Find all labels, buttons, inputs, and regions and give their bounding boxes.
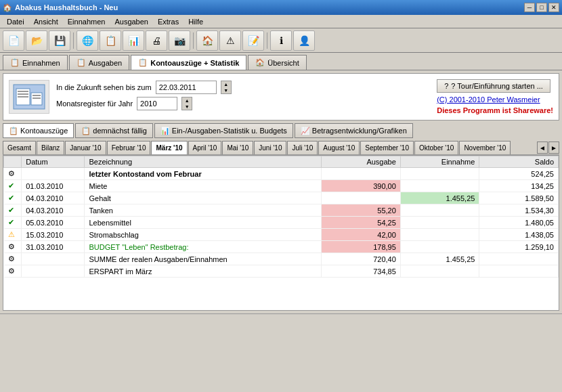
future-date-up[interactable]: ▲ (221, 81, 231, 87)
minimize-button[interactable]: ─ (524, 3, 535, 12)
copyright-link[interactable]: (C) 2001-2010 Peter Wasmeier (437, 95, 540, 104)
month-tab-gesamt[interactable]: Gesamt (3, 141, 36, 154)
month-year-up[interactable]: ▲ (182, 97, 192, 104)
menu-datei[interactable]: Datei (3, 16, 28, 27)
month-tab-jul[interactable]: Juli '10 (287, 141, 318, 154)
toolbar-save[interactable]: 💾 (49, 30, 70, 51)
title-bar-left: 🏠 Abakus Haushaltsbuch - Neu (3, 3, 118, 12)
month-nav-next[interactable]: ► (548, 141, 559, 154)
toolbar-user[interactable]: 👤 (293, 30, 315, 51)
month-tab-feb[interactable]: Februar '10 (107, 141, 151, 154)
row-saldo: 1.534,30 (479, 204, 559, 217)
toolbar-sep1 (73, 32, 74, 49)
row-desc: Lebensmittel (85, 217, 322, 229)
row-desc: ERSPART im März (85, 265, 322, 278)
tab-einnahmen-icon: 📋 (10, 58, 20, 67)
subtab-grafiken[interactable]: 📈 Betragsentwicklung/Grafiken (295, 123, 413, 138)
tab-uebersicht[interactable]: 🏠 Übersicht (248, 55, 306, 70)
tour-button[interactable]: ? ? Tour/Einführung starten ... (437, 79, 550, 93)
subtab-faellig[interactable]: 📋 demnächst fällig (75, 123, 153, 138)
row-ausgabe: 178,95 (322, 241, 401, 253)
row-icon: ⚙ (4, 241, 22, 253)
table-row: ⚠ 15.03.2010 Stromabschlag 42,00 1.438,0… (4, 229, 559, 241)
month-tab-mai[interactable]: Mai '10 (222, 141, 253, 154)
month-tab-jun[interactable]: Juni '10 (254, 141, 286, 154)
toolbar-open[interactable]: 📂 (26, 30, 47, 51)
future-date-input[interactable] (156, 81, 217, 94)
menu-bar: Datei Ansicht Einnahmen Ausgaben Extras … (0, 15, 562, 28)
subtab-statistik[interactable]: 📊 Ein-/Ausgaben-Statistik u. Budgets (154, 123, 293, 138)
tab-kontoauszuege[interactable]: 📋 Kontoauszüge + Statistik (131, 55, 246, 70)
gear-icon: ⚙ (8, 169, 15, 177)
toolbar-chart[interactable]: 📊 (123, 30, 144, 51)
month-tab-jan[interactable]: Januar '10 (65, 141, 106, 154)
row-desc: letzter Kontostand vom Februar (85, 168, 322, 180)
month-tab-nov[interactable]: November '10 (459, 141, 511, 154)
row-date: 01.03.2010 (22, 180, 85, 192)
subtab-kontoauszuege[interactable]: 📋 Kontoauszüge (3, 123, 74, 138)
month-year-input[interactable] (137, 97, 177, 110)
toolbar-clipboard[interactable]: 📋 (100, 30, 121, 51)
toolbar-print[interactable]: 🖨 (146, 30, 167, 51)
month-tab-sep[interactable]: September '10 (360, 141, 414, 154)
tab-uebersicht-icon: 🏠 (255, 58, 265, 67)
toolbar-warning[interactable]: ⚠ (219, 30, 241, 51)
future-date-spinner[interactable]: ▲ ▼ (221, 81, 232, 94)
toolbar-notes[interactable]: 📝 (242, 30, 264, 51)
tab-ausgaben-icon: 📋 (77, 58, 86, 67)
menu-hilfe[interactable]: Hilfe (184, 16, 207, 27)
top-tabs: 📋 Einnahmen 📋 Ausgaben 📋 Kontoauszüge + … (0, 53, 562, 70)
row-saldo: 1.589,50 (479, 192, 559, 204)
row-icon: ⚠ (4, 229, 22, 241)
toolbar-camera[interactable]: 📷 (169, 30, 190, 51)
row-desc: Miete (85, 180, 322, 192)
toolbar-sep3 (267, 32, 267, 49)
month-tab-okt[interactable]: Oktober '10 (414, 141, 458, 154)
row-einnahme: 1.455,25 (400, 253, 479, 265)
status-bar (0, 313, 562, 324)
month-year-spinner[interactable]: ▲ ▼ (181, 97, 192, 110)
month-nav-prev[interactable]: ◄ (537, 141, 548, 154)
toolbar-home[interactable]: 🏠 (196, 30, 218, 51)
row-einnahme (400, 217, 479, 229)
month-year-down[interactable]: ▼ (182, 104, 192, 110)
data-table: Datum Bezeichnung Ausgabe Einnahme Saldo… (3, 156, 559, 278)
month-tab-aug[interactable]: August '10 (318, 141, 360, 154)
toolbar-web[interactable]: 🌐 (77, 30, 98, 51)
menu-einnahmen[interactable]: Einnahmen (64, 16, 110, 27)
check-icon: ✔ (8, 218, 14, 226)
row-saldo: 1.480,05 (479, 217, 559, 229)
check-icon: ✔ (8, 194, 14, 202)
app-icon: 🏠 (3, 3, 12, 12)
toolbar-sep2 (193, 32, 194, 49)
menu-ausgaben[interactable]: Ausgaben (110, 16, 152, 27)
future-label: In die Zukunft sehen bis zum (56, 83, 152, 91)
row-einnahme (400, 204, 479, 217)
row-einnahme (400, 265, 479, 278)
menu-ansicht[interactable]: Ansicht (30, 16, 62, 27)
maximize-button[interactable]: □ (536, 3, 547, 12)
header-panel: In die Zukunft sehen bis zum ▲ ▼ Monatsr… (3, 73, 559, 121)
tab-ausgaben[interactable]: 📋 Ausgaben (69, 55, 130, 70)
toolbar-new[interactable]: 📄 (3, 30, 24, 51)
row-ausgabe: 720,40 (322, 253, 401, 265)
future-row: In die Zukunft sehen bis zum ▲ ▼ (56, 81, 430, 94)
tab-kontoauszuege-label: Kontoauszüge + Statistik (150, 59, 239, 67)
table-row: ✔ 05.03.2010 Lebensmittel 54,25 1.480,05 (4, 217, 559, 229)
title-bar-text: Abakus Haushaltsbuch - Neu (15, 3, 118, 12)
tab-einnahmen[interactable]: 📋 Einnahmen (3, 55, 68, 70)
future-date-down[interactable]: ▼ (221, 87, 231, 93)
menu-extras[interactable]: Extras (154, 16, 183, 27)
row-desc: Stromabschlag (85, 229, 322, 241)
month-tab-mar[interactable]: März '10 (151, 141, 187, 154)
row-ausgabe (322, 192, 401, 204)
close-button[interactable]: ✕ (548, 3, 559, 12)
row-ausgabe (322, 168, 401, 180)
month-tab-apr[interactable]: April '10 (188, 141, 222, 154)
gear-icon: ⚙ (8, 267, 15, 275)
col-bezeichnung: Bezeichnung (85, 156, 322, 168)
toolbar-info[interactable]: ℹ (270, 30, 292, 51)
tour-icon: ? (444, 82, 448, 90)
row-saldo: 1.438,05 (479, 229, 559, 241)
month-tab-bilanz[interactable]: Bilanz (37, 141, 64, 154)
